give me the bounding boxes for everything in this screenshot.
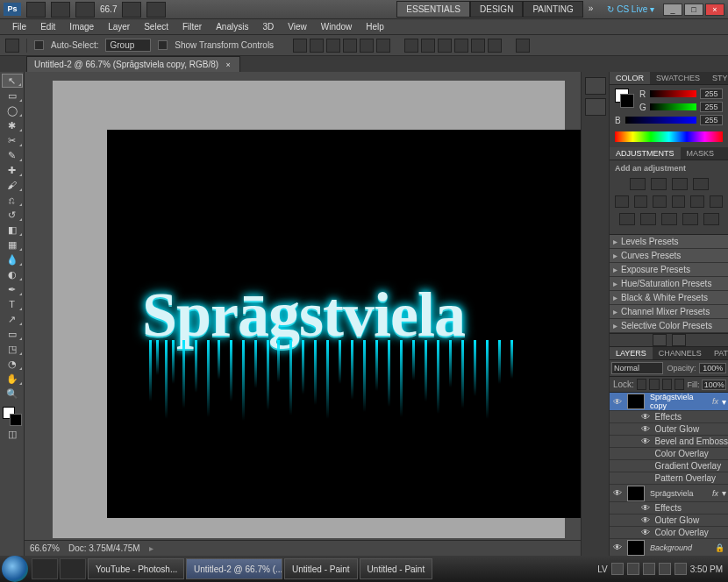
tab-paths[interactable]: PATHS [708, 347, 728, 359]
adj-gradmap-icon[interactable] [682, 213, 698, 225]
effects-header[interactable]: 👁 Effects [610, 411, 728, 423]
adj-hue-icon[interactable] [634, 195, 648, 208]
path-select-tool[interactable]: ↗ [2, 312, 23, 326]
tab-styles[interactable]: STYLES [706, 72, 728, 84]
effect-item[interactable]: 👁 Outer Glow [610, 423, 728, 436]
document-tab-close[interactable]: × [224, 60, 232, 69]
window-minimize[interactable]: _ [663, 4, 682, 16]
auto-select-checkbox[interactable] [34, 40, 44, 50]
align-icon[interactable] [293, 39, 307, 53]
menu-select[interactable]: Select [137, 20, 175, 33]
collapsed-panel-icon[interactable] [585, 98, 606, 116]
fx-badge[interactable]: fx [712, 489, 720, 498]
taskbar-item[interactable]: Untitled-2 @ 66.7% (... [186, 558, 282, 579]
taskbar-item[interactable]: Untitled - Paint [284, 558, 358, 579]
hand-tool[interactable]: ✋ [2, 372, 23, 386]
heal-tool[interactable]: ✚ [2, 163, 23, 177]
menu-file[interactable]: File [5, 20, 33, 33]
tray-icon[interactable] [611, 563, 624, 575]
zoom-percent[interactable]: 66.7 [100, 4, 117, 14]
collapsed-panel-icon[interactable] [585, 77, 606, 95]
g-slider[interactable] [650, 103, 696, 110]
menu-help[interactable]: Help [359, 20, 391, 33]
taskbar-item[interactable]: YouTube - Photosh... [88, 558, 184, 579]
pen-tool[interactable]: ✒ [2, 282, 23, 296]
lock-pos-icon[interactable] [662, 379, 672, 390]
layer-row[interactable]: 👁 Sprāgstviela fx ▾ [610, 485, 728, 502]
canvas[interactable]: Sprāgstviela [107, 130, 581, 518]
status-zoom[interactable]: 66.67% [30, 543, 60, 553]
type-tool[interactable]: T [2, 297, 23, 311]
adj-thresh-icon[interactable] [661, 213, 677, 225]
preset-mixer[interactable]: ▸Channel Mixer Presets [610, 305, 728, 319]
layer-name[interactable]: Sprāgstviela copy [645, 393, 712, 410]
layer-thumb[interactable] [627, 540, 645, 556]
menu-filter[interactable]: Filter [175, 20, 209, 33]
start-button[interactable] [2, 556, 28, 582]
menu-analysis[interactable]: Analysis [209, 20, 255, 33]
history-brush-tool[interactable]: ↺ [2, 208, 23, 222]
preset-exposure[interactable]: ▸Exposure Presets [610, 263, 728, 277]
distribute-icon[interactable] [421, 39, 435, 53]
effect-item[interactable]: 👁 Color Overlay [610, 448, 728, 460]
brush-tool[interactable]: 🖌 [2, 178, 23, 192]
b-slider[interactable] [625, 117, 696, 124]
layer-thumb[interactable] [627, 394, 645, 409]
lock-trans-icon[interactable] [637, 379, 646, 390]
tray-icon[interactable] [627, 563, 639, 575]
eyedropper-tool[interactable]: ✎ [2, 148, 23, 162]
align-icon[interactable] [326, 39, 340, 53]
bridge-icon[interactable] [26, 2, 46, 18]
quickmask-tool[interactable]: ◫ [2, 427, 23, 441]
adj-invert-icon[interactable] [619, 213, 635, 225]
menu-layer[interactable]: Layer [101, 20, 137, 33]
b-value[interactable]: 255 [700, 115, 723, 125]
crop-tool[interactable]: ✂ [2, 133, 23, 147]
adj-exposure-icon[interactable] [693, 178, 709, 190]
lock-pixels-icon[interactable] [649, 379, 659, 390]
marquee-tool[interactable]: ▭ [2, 89, 23, 103]
tab-adjustments[interactable]: ADJUSTMENTS [610, 147, 681, 160]
taskbar-pinned-icon[interactable] [60, 558, 86, 579]
show-transform-checkbox[interactable] [158, 40, 168, 50]
tray-icon[interactable] [643, 563, 655, 575]
opacity-field[interactable]: 100% [699, 363, 726, 373]
distribute-icon[interactable] [454, 39, 468, 53]
blend-mode-dropdown[interactable]: Normal [611, 362, 663, 374]
zoom-tool[interactable]: 🔍 [2, 387, 23, 401]
move-tool[interactable]: ↖ [2, 74, 23, 88]
layer-row[interactable]: 👁 Sprāgstviela copy fx ▾ [610, 393, 728, 411]
layer-name[interactable]: Sprāgstviela [645, 489, 712, 498]
taskbar-pinned-icon[interactable] [32, 558, 58, 579]
document-tab[interactable]: Untitled-2 @ 66.7% (Sprāgstviela copy, R… [26, 56, 240, 72]
tab-layers[interactable]: LAYERS [610, 347, 653, 359]
background-swatch[interactable] [10, 414, 22, 426]
lasso-tool[interactable]: ◯ [2, 103, 23, 117]
r-value[interactable]: 255 [700, 89, 723, 99]
fill-field[interactable]: 100% [702, 380, 726, 390]
adj-poster-icon[interactable] [640, 213, 656, 225]
adj-bw-icon[interactable] [672, 195, 686, 208]
align-icon[interactable] [310, 39, 324, 53]
adj-selcolor-icon[interactable] [703, 213, 719, 225]
tray-icon[interactable] [674, 563, 687, 575]
align-icon[interactable] [360, 39, 374, 53]
lock-all-icon[interactable] [674, 379, 684, 390]
stamp-tool[interactable]: ⎌ [2, 193, 23, 207]
workspace-essentials[interactable]: ESSENTIALS [396, 1, 470, 18]
dodge-tool[interactable]: ◐ [2, 267, 23, 281]
layer-thumb[interactable] [627, 486, 645, 501]
screenmode-icon[interactable] [146, 2, 166, 18]
visibility-icon[interactable]: 👁 [610, 543, 625, 552]
3d-tool[interactable]: ◳ [2, 342, 23, 356]
effect-item[interactable]: 👁 Bevel and Emboss [610, 436, 728, 448]
menu-window[interactable]: Window [314, 20, 360, 33]
workspace-more[interactable]: » [583, 1, 599, 18]
align-icon[interactable] [376, 39, 390, 53]
adj-levels-icon[interactable] [651, 178, 667, 190]
adj-footer-icon[interactable] [653, 334, 667, 346]
system-clock[interactable]: 3:50 PM [690, 564, 723, 574]
menu-3d[interactable]: 3D [255, 20, 281, 33]
effects-header[interactable]: 👁 Effects [610, 502, 728, 515]
color-preview[interactable] [615, 89, 634, 108]
